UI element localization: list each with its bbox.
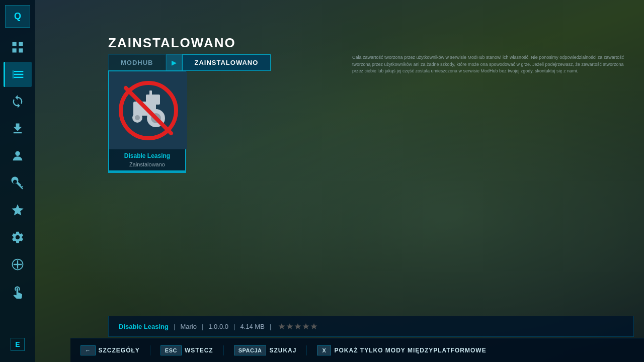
key-x: X xyxy=(317,345,331,355)
action-crossplatform[interactable]: X POKAŻ TYLKO MODY MIĘDZYPLATFORMOWE xyxy=(317,345,486,355)
svg-point-11 xyxy=(135,115,140,120)
sep-2 xyxy=(223,345,224,355)
sidebar-item-plus[interactable] xyxy=(4,252,32,277)
bottom-bar: ← SZCZEGÓŁY ESC WSTECZ SPACJA SZUKAJ X P… xyxy=(70,338,644,362)
mod-grid: Disable Leasing Zainstalowano xyxy=(108,70,186,173)
info-bar-sep2: | xyxy=(202,323,203,330)
svg-rect-3 xyxy=(19,48,23,52)
action-details[interactable]: ← SZCZEGÓŁY xyxy=(80,345,140,355)
svg-marker-16 xyxy=(279,323,285,329)
svg-point-5 xyxy=(15,151,20,156)
action-search[interactable]: SPACJA SZUKAJ xyxy=(234,345,297,355)
label-crossplatform: POKAŻ TYLKO MODY MIĘDZYPLATFORMOWE xyxy=(334,347,486,354)
sidebar-item-settings[interactable] xyxy=(4,225,32,250)
svg-marker-20 xyxy=(311,323,317,329)
mod-card-status: Zainstalowano xyxy=(109,161,185,170)
gear-icon xyxy=(11,230,25,244)
info-bar-version: 1.0.0.0 xyxy=(208,323,228,330)
svg-rect-1 xyxy=(19,42,23,46)
q-label: Q xyxy=(14,11,21,22)
info-bar-sep3: | xyxy=(233,323,235,330)
action-back[interactable]: ESC WSTECZ xyxy=(160,345,213,355)
hand-icon xyxy=(11,285,25,299)
rating-stars xyxy=(278,323,317,330)
sidebar-item-mods[interactable] xyxy=(4,62,32,87)
key-arrow-left: ← xyxy=(80,345,96,355)
sep-3 xyxy=(306,345,307,355)
tab-arrow: ▶ xyxy=(166,54,182,71)
info-bar: Disable Leasing | Mario | 1.0.0.0 | 4.14… xyxy=(108,316,634,337)
svg-rect-14 xyxy=(149,90,152,97)
tab-modhub[interactable]: MODHUB xyxy=(108,54,166,71)
sidebar: Q xyxy=(0,0,35,362)
mod-card-progress-bar xyxy=(109,170,185,172)
info-bar-author: Mario xyxy=(180,323,197,330)
star-5 xyxy=(310,323,317,330)
sidebar-item-grid[interactable] xyxy=(4,35,32,60)
sidebar-item-star[interactable] xyxy=(4,198,32,223)
info-bar-mod-name: Disable Leasing xyxy=(119,323,169,330)
sidebar-top-button[interactable]: Q xyxy=(5,5,30,28)
label-back: WSTECZ xyxy=(185,347,213,354)
svg-rect-2 xyxy=(13,48,17,52)
svg-rect-4 xyxy=(13,70,13,78)
disclaimer-text: Cała zawartość tworzona przez użytkownik… xyxy=(352,54,634,75)
download-icon xyxy=(11,122,25,136)
tab-zainstalowano[interactable]: ZAINSTALOWANO xyxy=(182,54,271,71)
svg-rect-9 xyxy=(146,95,160,105)
sidebar-item-hand[interactable] xyxy=(4,279,32,304)
star-4 xyxy=(302,323,309,330)
info-bar-size: 4.14 MB xyxy=(240,323,264,330)
sync-icon xyxy=(11,95,25,109)
e-label: E xyxy=(11,338,24,351)
mod-card-image xyxy=(109,71,187,149)
page-title: ZAINSTALOWANO xyxy=(108,35,236,51)
label-details: SZCZEGÓŁY xyxy=(99,347,140,354)
svg-marker-18 xyxy=(295,323,301,329)
star-1 xyxy=(278,323,285,330)
grid-icon xyxy=(11,40,25,54)
star-icon xyxy=(11,203,25,217)
key-spacja: SPACJA xyxy=(234,345,267,355)
mod-card-title: Disable Leasing xyxy=(109,149,185,161)
plus-icon xyxy=(11,257,25,272)
sidebar-item-key[interactable] xyxy=(4,170,32,196)
sep-1 xyxy=(150,345,150,355)
key-esc: ESC xyxy=(160,345,182,355)
no-tractor-icon xyxy=(118,80,179,141)
mod-card-disable-leasing[interactable]: Disable Leasing Zainstalowano xyxy=(108,70,186,173)
sidebar-item-sync[interactable] xyxy=(4,89,32,114)
svg-marker-19 xyxy=(303,323,309,329)
sidebar-item-download[interactable] xyxy=(4,116,32,141)
sidebar-bottom-button[interactable]: E xyxy=(4,332,32,357)
profile-icon xyxy=(11,149,25,163)
mods-icon xyxy=(12,67,26,81)
info-bar-sep4: | xyxy=(270,323,271,330)
svg-marker-17 xyxy=(287,323,293,329)
star-3 xyxy=(294,323,301,330)
main-content: ZAINSTALOWANO MODHUB ▶ ZAINSTALOWANO Cał… xyxy=(35,0,644,362)
svg-rect-0 xyxy=(13,42,17,46)
sidebar-item-profile[interactable] xyxy=(4,143,32,168)
label-search: SZUKAJ xyxy=(269,347,296,354)
tab-bar: MODHUB ▶ ZAINSTALOWANO xyxy=(108,54,271,71)
info-bar-sep1: | xyxy=(174,323,175,330)
star-2 xyxy=(286,323,293,330)
key-icon xyxy=(11,176,25,190)
